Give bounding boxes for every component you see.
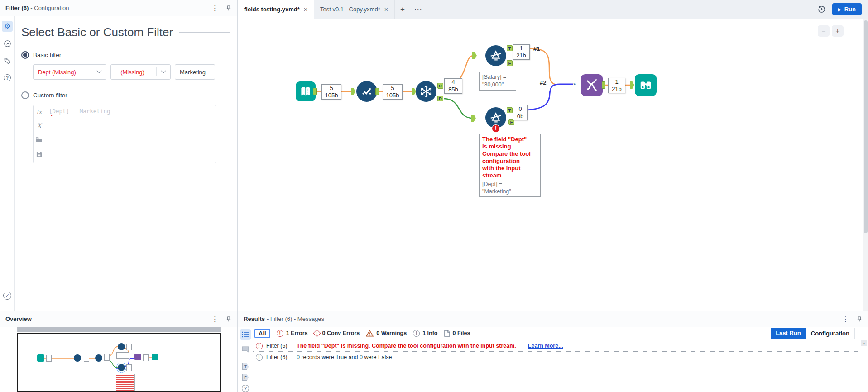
overview-title: Overview bbox=[5, 316, 32, 322]
canvas-scrollbar-thumb[interactable] bbox=[864, 20, 868, 233]
chevron-down-icon[interactable] bbox=[157, 70, 170, 74]
message-row-error[interactable]: ! Filter (6) The field "Dept" is missing… bbox=[253, 340, 861, 352]
record-count-badge: 5105b bbox=[321, 84, 341, 100]
overview-viewport-bar[interactable] bbox=[17, 327, 221, 332]
overview-minimap[interactable] bbox=[17, 333, 221, 392]
run-history-icon[interactable] bbox=[817, 5, 826, 14]
info-icon: i bbox=[413, 330, 420, 337]
save-expression-icon[interactable] bbox=[34, 147, 45, 161]
union-tool[interactable] bbox=[581, 74, 603, 96]
variables-button[interactable]: X bbox=[34, 119, 45, 133]
output-anchor[interactable] bbox=[375, 88, 379, 95]
minimap-unique-tool bbox=[95, 354, 102, 362]
config-menu-icon[interactable]: ⋮ bbox=[211, 4, 218, 12]
record-count-badge: 121b bbox=[513, 44, 530, 60]
workflow-canvas[interactable]: − + 5105b 5105b bbox=[238, 19, 863, 311]
duplicate-anchor-d[interactable]: D bbox=[437, 96, 443, 101]
tab-test-v01-copy[interactable]: Test v0.1 - Copy.yxmd* × bbox=[314, 0, 395, 19]
error-annotation[interactable]: The field "Dept" is missing. Compare the… bbox=[479, 134, 541, 197]
results-side-rail: T F ? bbox=[238, 327, 253, 392]
file-icon bbox=[444, 330, 450, 337]
filter-conv-errors-button[interactable]: ! 0 Conv Errors bbox=[314, 330, 360, 336]
results-title: Results bbox=[244, 316, 265, 322]
basic-filter-option[interactable]: Basic filter bbox=[21, 51, 230, 59]
operator-dropdown[interactable]: = (Missing) bbox=[110, 64, 171, 80]
select-tool[interactable] bbox=[356, 81, 377, 102]
error-icon: ! bbox=[277, 330, 283, 337]
minimap-badge bbox=[143, 354, 149, 361]
play-icon: ▶ bbox=[838, 7, 841, 12]
error-message-text: The field "Dept" is missing. Compare the… bbox=[297, 343, 516, 349]
results-help-icon[interactable]: ? bbox=[242, 385, 249, 392]
minimap-error-note bbox=[116, 374, 135, 392]
message-row-info[interactable]: i Filter (6) 0 records were True and 0 w… bbox=[253, 352, 861, 363]
true-anchor[interactable]: T bbox=[507, 45, 513, 51]
info-icon: i bbox=[256, 354, 263, 361]
error-icon: ! bbox=[256, 343, 263, 349]
results-menu-icon[interactable]: ⋮ bbox=[842, 315, 849, 323]
filter-errors-button[interactable]: ! 1 Errors bbox=[277, 330, 308, 337]
true-anchor[interactable]: T bbox=[507, 107, 513, 113]
close-icon[interactable]: × bbox=[304, 6, 307, 13]
union-zipper-icon bbox=[585, 78, 599, 92]
pin-icon[interactable] bbox=[225, 316, 232, 322]
open-expression-icon[interactable] bbox=[34, 133, 45, 147]
rail-divider bbox=[240, 359, 250, 359]
salary-annotation[interactable]: [Salary] ="30,000" bbox=[479, 72, 516, 91]
results-scroll-up-icon[interactable]: ▲ bbox=[861, 340, 867, 346]
pin-icon[interactable] bbox=[856, 316, 863, 322]
true-output-view-icon[interactable]: T bbox=[242, 363, 249, 370]
output-anchor[interactable] bbox=[602, 81, 605, 89]
annotation-tag-icon[interactable] bbox=[2, 55, 13, 66]
custom-filter-radio[interactable] bbox=[21, 91, 29, 99]
custom-filter-option[interactable]: Custom filter bbox=[21, 91, 230, 99]
basic-filter-radio[interactable] bbox=[21, 51, 29, 59]
binoculars-icon bbox=[639, 78, 652, 92]
field-dropdown[interactable]: Dept (Missing) bbox=[33, 64, 106, 80]
filter-info-button[interactable]: i 1 Info bbox=[413, 330, 437, 337]
filter-funnel-icon bbox=[489, 49, 503, 62]
false-anchor[interactable]: F bbox=[507, 60, 513, 66]
record-count-badge: 121b bbox=[608, 78, 625, 93]
pin-icon[interactable] bbox=[225, 5, 232, 11]
message-source: Filter (6) bbox=[265, 352, 293, 363]
configuration-tab-icon[interactable]: ⚙ bbox=[2, 21, 13, 32]
config-heading: Select Basic or Custom Filter bbox=[21, 25, 173, 39]
workflow-wires bbox=[238, 19, 863, 311]
last-run-tab[interactable]: Last Run bbox=[771, 328, 806, 339]
navigation-icon[interactable] bbox=[2, 38, 13, 49]
filter-warnings-button[interactable]: 0 Warnings bbox=[366, 330, 407, 337]
expression-editor[interactable]: fx X [Dept] = Marketing bbox=[33, 105, 216, 163]
learn-more-link[interactable]: Learn More... bbox=[528, 343, 563, 349]
overview-menu-icon[interactable]: ⋮ bbox=[211, 315, 218, 323]
snowflake-icon bbox=[419, 85, 433, 98]
filter-value-input[interactable]: Marketing bbox=[175, 64, 215, 80]
data-view-icon[interactable] bbox=[240, 344, 251, 355]
close-icon[interactable]: × bbox=[384, 6, 388, 13]
functions-button[interactable]: fx bbox=[34, 105, 45, 119]
expression-input[interactable]: [Dept] = Marketing bbox=[45, 105, 216, 163]
filter-tool-salary[interactable] bbox=[485, 45, 506, 66]
help-icon[interactable]: ? bbox=[2, 72, 13, 83]
unique-anchor-u[interactable]: U bbox=[437, 83, 443, 89]
browse-tool[interactable] bbox=[635, 74, 657, 96]
new-tab-button[interactable]: + bbox=[395, 0, 410, 19]
tab-overflow-button[interactable]: ⋯ bbox=[410, 0, 426, 19]
configuration-tab[interactable]: Configuration bbox=[806, 328, 855, 339]
run-button[interactable]: ▶ Run bbox=[832, 3, 862, 15]
record-count-badge: 485b bbox=[444, 78, 462, 94]
tab-fields-testing[interactable]: fields testing.yxmd* × bbox=[238, 0, 314, 19]
book-icon bbox=[299, 85, 312, 98]
false-output-view-icon[interactable]: F bbox=[242, 374, 249, 381]
apply-check-icon[interactable]: ✓ bbox=[3, 292, 11, 300]
minimap-badge bbox=[126, 344, 132, 350]
info-message-text: 0 records were True and 0 were False bbox=[297, 354, 392, 360]
output-anchor[interactable] bbox=[313, 88, 317, 95]
unique-tool[interactable] bbox=[416, 81, 436, 102]
messages-view-icon[interactable] bbox=[240, 329, 251, 340]
gear-icon: ⚙ bbox=[4, 23, 10, 30]
chevron-down-icon[interactable] bbox=[92, 70, 106, 74]
filter-all-button[interactable]: All bbox=[254, 329, 270, 338]
filter-files-button[interactable]: 0 Files bbox=[444, 330, 470, 337]
expression-placeholder: [Dept] = Marketing bbox=[49, 108, 110, 115]
